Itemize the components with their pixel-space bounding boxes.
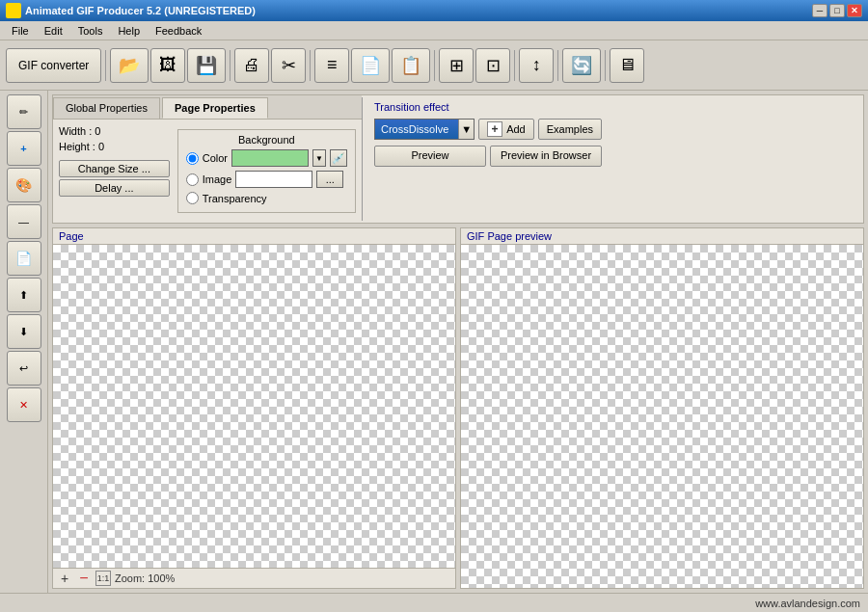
image-radio[interactable] <box>186 173 199 186</box>
background-title: Background <box>186 134 347 146</box>
menu-file[interactable]: File <box>4 23 37 39</box>
toolbar-sep-5 <box>514 50 515 81</box>
color-picker-row: ▼ 💉 <box>231 149 347 167</box>
color-label: Color <box>203 152 228 164</box>
toolbar-sep-1 <box>105 50 106 81</box>
page-canvas-content <box>53 245 455 568</box>
color-icon: 🎨 <box>15 177 32 193</box>
eyedropper-button[interactable]: 💉 <box>330 149 347 167</box>
background-section: Background Color ▼ 💉 <box>177 129 356 213</box>
toolbar-sep-2 <box>230 50 231 81</box>
image-button[interactable]: 🖼 <box>150 48 185 83</box>
right-panel: Global Properties Page Properties Width … <box>48 91 868 593</box>
sidebar-pen-button[interactable]: ✏ <box>7 94 41 129</box>
copy-icon: 📄 <box>360 55 381 76</box>
minus-icon: — <box>18 216 29 227</box>
save-icon: 💾 <box>196 55 217 76</box>
resize-button[interactable]: ⊡ <box>475 48 510 83</box>
menu-bar: File Edit Tools Help Feedback <box>0 21 868 40</box>
examples-button[interactable]: Examples <box>538 119 602 140</box>
website-label: www.avlandesign.com <box>755 598 860 609</box>
toolbar-sep-6 <box>557 50 558 81</box>
width-label: Width : 0 <box>59 125 170 137</box>
color-radio[interactable] <box>186 152 199 165</box>
zoom-add-button[interactable]: + <box>57 571 72 586</box>
tab-global[interactable]: Global Properties <box>53 97 160 119</box>
down-icon: ⬇ <box>19 326 28 338</box>
sidebar: ✏ + 🎨 — 📄 ⬆ ⬇ ↩ ✕ <box>0 91 48 593</box>
toolbar-sep-7 <box>605 50 606 81</box>
list-icon: ≡ <box>327 55 338 75</box>
menu-feedback[interactable]: Feedback <box>148 23 209 39</box>
menu-edit[interactable]: Edit <box>37 23 70 39</box>
transparency-option: Transparency <box>186 192 347 204</box>
browse-button[interactable]: ... <box>316 171 343 188</box>
sidebar-color-button[interactable]: 🎨 <box>7 168 41 202</box>
zoom-minus-button[interactable]: − <box>76 571 92 586</box>
sidebar-newpage-button[interactable]: 📄 <box>7 241 41 276</box>
sidebar-delete-button[interactable]: ✕ <box>7 387 41 422</box>
add-transition-button[interactable]: + Add <box>478 119 534 140</box>
paste-button[interactable]: 📋 <box>392 48 430 83</box>
newpage-icon: 📄 <box>15 251 32 266</box>
scissors-button[interactable]: ✂ <box>271 48 306 83</box>
sidebar-minus-button[interactable]: — <box>7 204 41 239</box>
preview-button[interactable]: Preview <box>374 146 486 167</box>
transparency-radio[interactable] <box>186 192 199 204</box>
arrow-button[interactable]: ↕ <box>519 48 554 83</box>
menu-help[interactable]: Help <box>110 23 148 39</box>
toolbar-sep-3 <box>310 50 311 81</box>
sidebar-add-button[interactable]: + <box>7 131 41 166</box>
zoom-label: Zoom: 100% <box>115 572 175 584</box>
minimize-button[interactable]: ─ <box>812 4 827 17</box>
gif-checkerboard <box>461 245 863 588</box>
transition-label: Transition effect <box>374 101 602 113</box>
sidebar-up-button[interactable]: ⬆ <box>7 278 41 312</box>
color-box[interactable] <box>231 149 309 167</box>
props-left: Global Properties Page Properties Width … <box>53 95 362 223</box>
eyedropper-icon: 💉 <box>332 152 345 165</box>
scissors-icon: ✂ <box>282 55 296 76</box>
image-option: Image ... <box>186 171 347 188</box>
window-controls: ─ □ ✕ <box>812 4 862 17</box>
page-canvas-footer: + − 1:1 Zoom: 100% <box>53 568 455 588</box>
zoom-reset-button[interactable]: 1:1 <box>95 571 111 586</box>
pen-icon: ✏ <box>19 106 28 119</box>
transition-select[interactable]: CrossDissolve <box>375 123 458 135</box>
plus-icon: + <box>492 122 499 136</box>
delete-icon: ✕ <box>19 399 28 412</box>
print-button[interactable]: 🖨 <box>234 48 269 83</box>
page-canvas-title: Page <box>53 228 455 245</box>
copy-button[interactable]: 📄 <box>351 48 390 83</box>
change-size-button[interactable]: Change Size ... <box>59 160 170 177</box>
transition-area: Transition effect CrossDissolve ▼ + Add … <box>363 95 613 223</box>
tab-page[interactable]: Page Properties <box>162 97 268 119</box>
toolbar: GIF converter 📂 🖼 💾 🖨 ✂ ≡ 📄 📋 ⊞ ⊡ ↕ 🔄 🖥 <box>0 40 868 91</box>
open-button[interactable]: 📂 <box>110 48 149 83</box>
main-content: ✏ + 🎨 — 📄 ⬆ ⬇ ↩ ✕ <box>0 91 868 593</box>
preview-browser-button[interactable]: Preview in Browser <box>490 146 602 167</box>
gif-converter-button[interactable]: GIF converter <box>6 48 101 83</box>
paste-icon: 📋 <box>400 55 421 76</box>
crop-button[interactable]: ⊞ <box>439 48 474 83</box>
list-button[interactable]: ≡ <box>314 48 349 83</box>
refresh-icon: 🔄 <box>571 55 592 76</box>
refresh-button[interactable]: 🔄 <box>562 48 601 83</box>
preview-row: Preview Preview in Browser <box>374 146 602 167</box>
arrow-icon: ↕ <box>532 55 541 75</box>
color-dropdown-arrow[interactable]: ▼ <box>312 149 326 167</box>
delay-button[interactable]: Delay ... <box>59 179 170 197</box>
canvas-area: Page + − 1:1 Zoom: 100% GIF Page preview <box>52 227 864 589</box>
maximize-button[interactable]: □ <box>829 4 845 17</box>
image-path-input[interactable] <box>235 171 312 188</box>
sidebar-undo-button[interactable]: ↩ <box>7 351 41 386</box>
up-icon: ⬆ <box>19 289 28 302</box>
monitor-button[interactable]: 🖥 <box>610 48 644 83</box>
transition-dropdown-arrow[interactable]: ▼ <box>458 120 474 139</box>
crop-icon: ⊞ <box>449 55 464 76</box>
save-button[interactable]: 💾 <box>187 48 226 83</box>
menu-tools[interactable]: Tools <box>70 23 111 39</box>
sidebar-down-button[interactable]: ⬇ <box>7 314 41 349</box>
image-icon: 🖼 <box>159 55 176 75</box>
close-button[interactable]: ✕ <box>847 4 862 17</box>
